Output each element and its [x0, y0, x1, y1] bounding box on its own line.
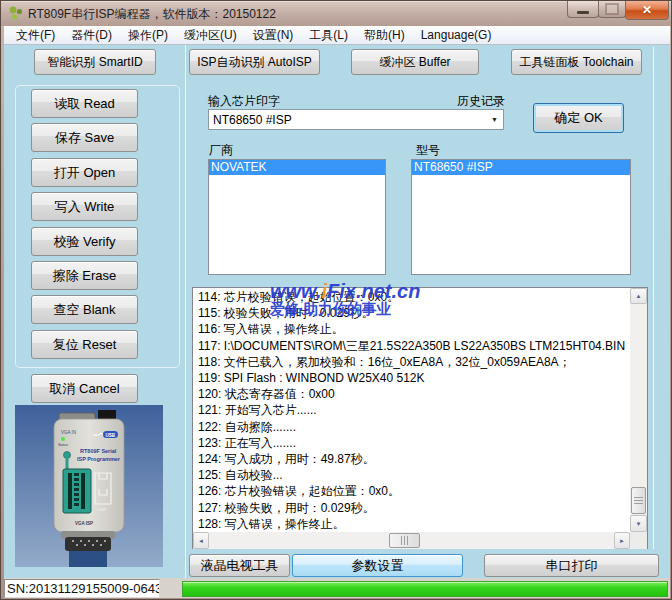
open-button[interactable]: 打开 Open [31, 158, 138, 187]
menu-settings[interactable]: 设置(N) [245, 25, 302, 46]
chip-combobox[interactable]: NT68650 #ISP ▼ [208, 109, 504, 130]
thumb-grip [634, 497, 643, 505]
ok-button[interactable]: 确定 OK [533, 103, 624, 133]
model-list[interactable]: NT68650 #ISP [411, 159, 631, 275]
maximize-button[interactable] [598, 1, 626, 18]
history-label: 历史记录 [457, 93, 505, 110]
scroll-up-button[interactable]: ▲ [630, 288, 647, 304]
scroll-right-icon: ► [619, 538, 625, 544]
vertical-scrollbar-thumb[interactable] [631, 487, 646, 514]
manufacturer-list[interactable]: NOVATEK [208, 159, 386, 275]
scrollbar-corner [630, 532, 647, 549]
maximize-icon [605, 3, 619, 15]
serial-number: SN:20131129155009-0643 [4, 579, 160, 598]
reset-button[interactable]: 复位 Reset [31, 330, 138, 359]
close-button[interactable]: ✕ [625, 1, 669, 20]
cancel-button[interactable]: 取消 Cancel [31, 374, 138, 403]
read-button[interactable]: 读取 Read [31, 89, 138, 118]
vertical-scrollbar[interactable]: ▲ ▼ [630, 288, 647, 532]
photo-title-line2: ISP Programmer [77, 456, 121, 462]
photo-status-led [61, 437, 65, 441]
verify-button[interactable]: 校验 Verify [31, 227, 138, 256]
horizontal-scrollbar-thumb[interactable] [389, 533, 420, 548]
app-window: RT809F串行ISP编程器，软件版本：20150122 ✕ 文件(F)器件(D… [0, 0, 672, 600]
photo-usb-label: USB [106, 433, 116, 438]
list-item[interactable]: NOVATEK [209, 160, 385, 175]
log-line: 120: 状态寄存器值：0x00 [198, 386, 630, 402]
log-box[interactable]: 114: 芯片校验错误，起始位置：0x0。115: 校验失败，用时：0.029秒… [192, 287, 648, 549]
save-button[interactable]: 保存 Save [31, 123, 138, 152]
scroll-left-icon: ◄ [198, 538, 204, 544]
log-line: 123: 正在写入....... [198, 435, 630, 451]
manufacturer-label: 厂商 [209, 142, 233, 159]
scroll-up-icon: ▲ [636, 293, 642, 299]
menu-operate[interactable]: 操作(P) [120, 25, 176, 46]
menu-file[interactable]: 文件(F) [8, 25, 63, 46]
photo-status-label: Status [58, 443, 68, 447]
scroll-down-button[interactable]: ▼ [630, 515, 647, 532]
menu-language[interactable]: Language(G) [413, 26, 500, 44]
param-settings-button[interactable]: 参数设置 [292, 554, 463, 577]
log-line: 116: 写入错误，操作终止。 [198, 321, 630, 337]
photo-vga-isp-label: VGA ISP [75, 521, 93, 526]
photo-title-line1: RT809F Serial [80, 448, 117, 454]
photo-hdmi-label: HDMI [97, 508, 106, 512]
photo-cable-hood [69, 551, 107, 567]
menu-device[interactable]: 器件(D) [63, 25, 120, 46]
smartid-button[interactable]: 智能识别 SmartID [34, 49, 156, 75]
log-line: 125: 自动校验... [198, 467, 630, 483]
menu-bar: 文件(F)器件(D)操作(P)缓冲区(U)设置(N)工具(L)帮助(H)Lang… [4, 26, 670, 45]
log-content: 114: 芯片校验错误，起始位置：0x0。115: 校验失败，用时：0.029秒… [194, 289, 630, 532]
toolchain-button[interactable]: 工具链面板 Toolchain [511, 49, 642, 75]
scroll-down-icon: ▼ [636, 521, 642, 527]
minimize-button[interactable] [567, 1, 599, 18]
lcd-tv-tools-button[interactable]: 液晶电视工具 [189, 554, 290, 577]
log-line: 122: 自动擦除....... [198, 419, 630, 435]
scroll-left-button[interactable]: ◄ [193, 532, 209, 549]
device-photo: VGA IN USB Status RT809F Serial ISP Prog… [15, 405, 163, 567]
buffer-button[interactable]: 缓冲区 Buffer [351, 49, 479, 75]
menu-help[interactable]: 帮助(H) [356, 25, 413, 46]
blank-button[interactable]: 查空 Blank [31, 295, 138, 324]
panel-separator-right [653, 47, 654, 549]
chip-combobox-value: NT68650 #ISP [213, 113, 292, 127]
list-item[interactable]: NT68650 #ISP [412, 160, 630, 175]
log-line: 114: 芯片校验错误，起始位置：0x0。 [198, 289, 630, 305]
log-line: 124: 写入成功，用时：49.87秒。 [198, 451, 630, 467]
erase-button[interactable]: 擦除 Erase [31, 261, 138, 290]
scroll-right-button[interactable]: ► [614, 532, 630, 549]
menu-tools[interactable]: 工具(L) [301, 25, 356, 46]
close-icon: ✕ [642, 3, 652, 17]
panel-separator [185, 45, 186, 578]
log-line: 126: 芯片校验错误，起始位置：0x0。 [198, 483, 630, 499]
photo-db15-body [65, 537, 111, 551]
log-line: 128: 写入错误，操作终止。 [198, 516, 630, 532]
app-icon [8, 5, 24, 21]
log-line: 127: 校验失败，用时：0.029秒。 [198, 500, 630, 516]
menu-buffer[interactable]: 缓冲区(U) [176, 25, 245, 46]
model-label: 型号 [416, 142, 440, 159]
chevron-down-icon: ▼ [491, 116, 498, 123]
log-line: 117: I:\DOCUMENTS\ROM\三星21.5S22A350B LS2… [198, 338, 630, 354]
autoisp-button[interactable]: ISP自动识别 AutoISP [189, 49, 320, 75]
log-line: 119: SPI Flash : WINBOND W25X40 512K [198, 370, 630, 386]
title-bar: RT809F串行ISP编程器，软件版本：20150122 ✕ [1, 1, 672, 26]
chip-input-label: 输入芯片印字 [208, 93, 280, 110]
window-title: RT809F串行ISP编程器，软件版本：20150122 [28, 6, 276, 23]
thumb-grip [401, 536, 409, 545]
photo-vga-in-label: VGA IN [61, 430, 76, 435]
log-line: 115: 校验失败，用时：0.029秒。 [198, 305, 630, 321]
log-line: 118: 文件已载入，累加校验和：16位_0xEA8A，32位_0x059AEA… [198, 354, 630, 370]
horizontal-scrollbar[interactable]: ◄ ► [193, 532, 630, 549]
minimize-icon [577, 11, 589, 14]
write-button[interactable]: 写入 Write [31, 192, 138, 221]
serial-print-button[interactable]: 串口打印 [484, 554, 659, 577]
progress-bar [182, 581, 668, 597]
log-line: 121: 开始写入芯片...... [198, 402, 630, 418]
